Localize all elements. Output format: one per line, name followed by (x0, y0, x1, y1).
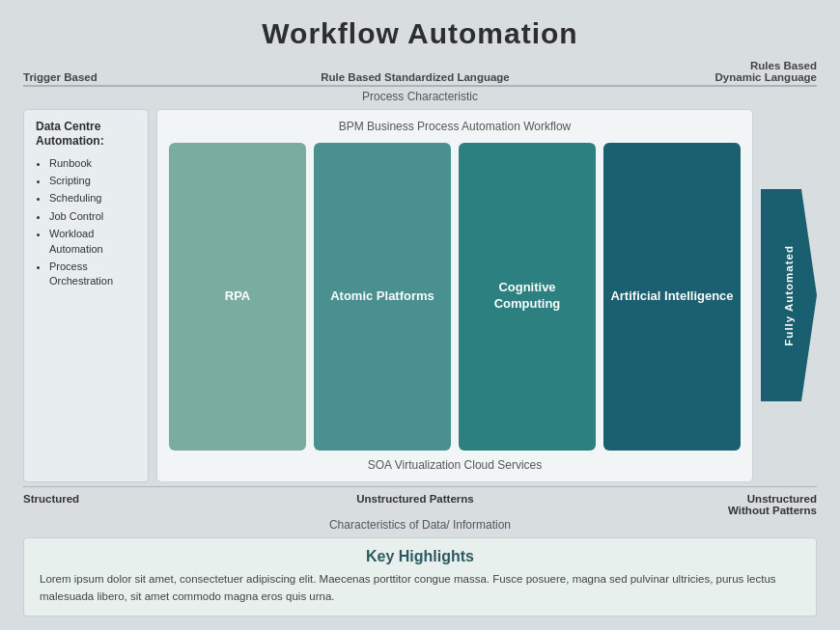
bottom-labels: Structured Unstructured Patterns Unstruc… (23, 493, 817, 516)
top-label-center: Rule Based Standardized Language (120, 71, 711, 83)
bottom-divider (23, 486, 817, 488)
list-item: Scheduling (49, 191, 138, 205)
bpm-label: BPM Business Process Automation Workflow (169, 120, 741, 133)
top-label-left: Trigger Based (23, 71, 120, 83)
arrow-shape: Fully Automated (761, 189, 817, 401)
soa-label: SOA Virtualization Cloud Services (169, 458, 741, 472)
bottom-label-right: Unstructured Without Patterns (711, 493, 817, 516)
top-labels: Trigger Based Rule Based Standardized La… (23, 60, 817, 83)
left-panel-list: Runbook Scripting Scheduling Job Control… (36, 156, 138, 289)
list-item: Scripting (49, 174, 138, 188)
list-item: Runbook (49, 156, 138, 171)
key-highlights-text: Lorem ipsum dolor sit amet, consectetuer… (40, 571, 800, 606)
center-panel: BPM Business Process Automation Workflow… (156, 109, 753, 482)
process-characteristic-label: Process Characteristic (23, 90, 817, 103)
left-panel-title: Data Centre Automation: (36, 120, 138, 150)
main-area: Data Centre Automation: Runbook Scriptin… (23, 109, 817, 482)
box-rpa: RPA (169, 143, 306, 451)
top-label-right: Rules Based Dynamic Language (711, 60, 817, 83)
bottom-label-left: Structured (23, 493, 120, 516)
list-item: Job Control (49, 209, 138, 224)
char-of-data-label: Characteristics of Data/ Information (23, 518, 817, 532)
boxes-row: RPA Atomic Platforms Cognitive Computing… (169, 143, 741, 451)
list-item: Workload Automation (49, 227, 138, 257)
right-arrow: Fully Automated (761, 109, 817, 482)
arrow-label: Fully Automated (783, 245, 795, 346)
left-panel: Data Centre Automation: Runbook Scriptin… (23, 109, 149, 482)
bpm-box: BPM Business Process Automation Workflow… (156, 109, 753, 482)
page-title: Workflow Automation (23, 17, 817, 50)
box-atomic: Atomic Platforms (314, 143, 451, 451)
key-highlights-title: Key Highlights (40, 548, 800, 565)
box-cognitive: Cognitive Computing (459, 143, 596, 451)
top-divider (23, 85, 817, 87)
bottom-label-center: Unstructured Patterns (120, 493, 711, 516)
key-highlights-panel: Key Highlights Lorem ipsum dolor sit ame… (23, 537, 817, 616)
box-ai: Artificial Intelligence (603, 143, 741, 451)
list-item: Process Orchestration (49, 260, 138, 289)
